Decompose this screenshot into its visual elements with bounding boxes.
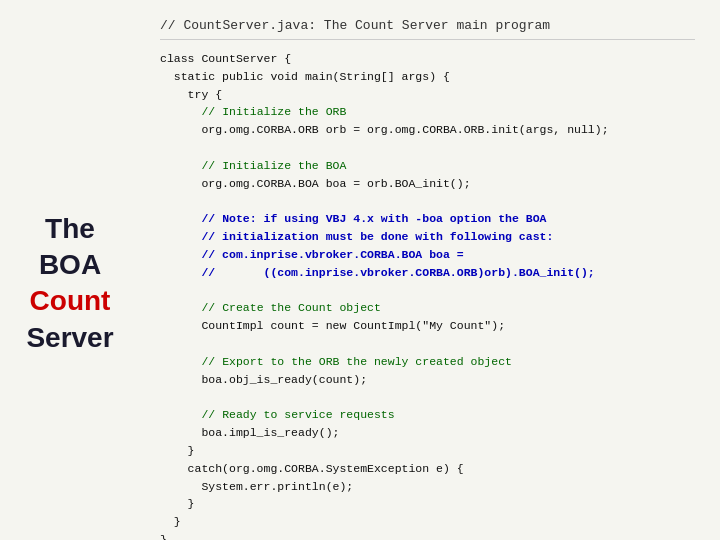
slide-container: The BOA Count Server // CountServer.java… xyxy=(0,0,720,540)
slide-title: The BOA Count Server xyxy=(26,211,113,357)
code-header: // CountServer.java: The Count Server ma… xyxy=(160,18,695,40)
title-count: Count xyxy=(30,285,111,316)
left-panel: The BOA Count Server xyxy=(0,0,140,540)
title-server: Server xyxy=(26,322,113,353)
slide-body: The BOA Count Server // CountServer.java… xyxy=(0,0,720,540)
code-block: class CountServer { static public void m… xyxy=(160,50,695,540)
right-panel: // CountServer.java: The Count Server ma… xyxy=(140,0,720,540)
title-boa: BOA xyxy=(39,249,101,280)
title-the: The xyxy=(45,213,95,244)
code-line-1: class CountServer { static public void m… xyxy=(160,52,609,540)
